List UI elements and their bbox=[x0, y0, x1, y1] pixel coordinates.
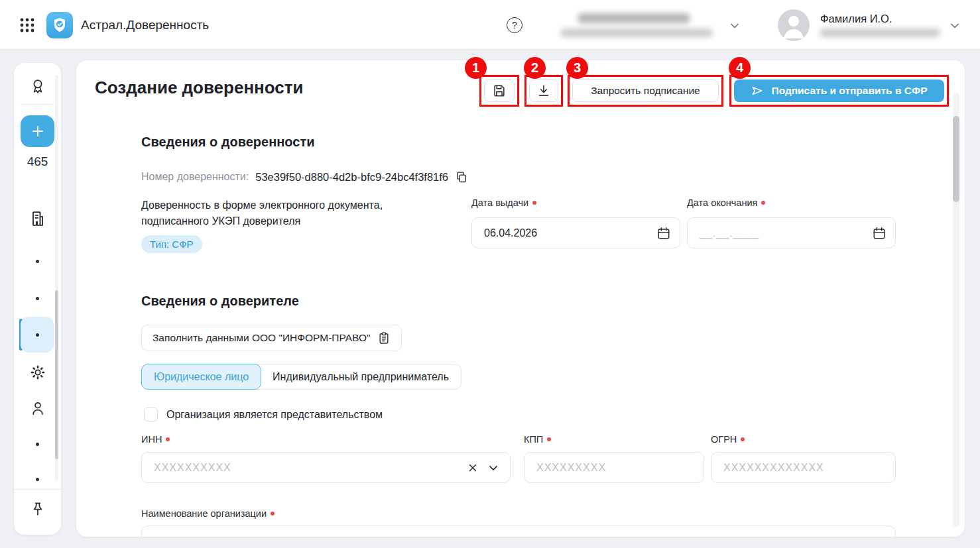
request-signing-button[interactable]: Запросить подписание bbox=[572, 80, 719, 102]
sidebar-item-dot-3[interactable] bbox=[36, 443, 39, 446]
annotation-badge-3: 3 bbox=[566, 57, 588, 79]
save-button[interactable] bbox=[484, 80, 515, 102]
required-dot bbox=[271, 512, 275, 516]
calendar-icon[interactable] bbox=[656, 226, 671, 241]
save-floppy-icon bbox=[492, 83, 507, 98]
organization-name-blurred bbox=[578, 13, 690, 23]
kpp-field-wrap bbox=[524, 452, 704, 483]
send-icon bbox=[751, 84, 764, 97]
users-icon[interactable] bbox=[29, 400, 46, 417]
poa-counter: 465 bbox=[14, 154, 61, 169]
user-email-blurred bbox=[820, 28, 940, 37]
end-date-input[interactable] bbox=[687, 217, 896, 248]
principal-type-tabs: Юридическое лицо Индивидуальный предприн… bbox=[141, 364, 461, 390]
annotation-frame-1 bbox=[479, 75, 519, 107]
kpp-input[interactable] bbox=[524, 452, 704, 483]
poa-number-row: Номер доверенности: 53e39f50-d880-4d2b-b… bbox=[141, 170, 468, 184]
end-date-label: Дата окончания bbox=[687, 197, 765, 208]
kpp-label: КПП bbox=[524, 434, 551, 445]
annotation-frame-4: Подписать и отправить в СФР bbox=[729, 75, 949, 107]
required-dot bbox=[532, 201, 536, 205]
sidebar-footer-divider bbox=[14, 489, 61, 490]
inn-field-wrap bbox=[141, 452, 511, 483]
org-name-input[interactable] bbox=[141, 525, 896, 537]
ogrn-label: ОГРН bbox=[711, 434, 745, 445]
organizations-icon[interactable] bbox=[29, 209, 47, 228]
annotation-badge-2: 2 bbox=[524, 57, 546, 79]
poa-number-label: Номер доверенности: bbox=[141, 171, 249, 183]
annotation-badge-4: 4 bbox=[729, 57, 751, 79]
sidebar: 465 bbox=[14, 63, 61, 535]
representative-checkbox-label: Организация является представительством bbox=[166, 409, 383, 421]
calendar-icon[interactable] bbox=[872, 226, 887, 241]
required-dot bbox=[761, 201, 765, 205]
annotation-badge-1: 1 bbox=[465, 57, 487, 79]
user-name: Фамилия И.О. bbox=[820, 13, 892, 25]
fill-with-org-data-button[interactable]: Заполнить данными ООО "ИНФОРМ-ПРАВО" bbox=[141, 325, 402, 351]
tab-individual-entrepreneur[interactable]: Индивидуальный предприниматель bbox=[261, 364, 461, 389]
user-chevron-down-icon[interactable] bbox=[948, 19, 961, 32]
sign-and-send-button[interactable]: Подписать и отправить в СФР bbox=[734, 80, 944, 102]
annotation-frame-3: Запросить подписание bbox=[568, 75, 723, 107]
clear-icon[interactable] bbox=[467, 462, 479, 474]
ogrn-input[interactable] bbox=[711, 452, 896, 483]
app-header: Астрал.Доверенность ? Фамилия И.О. bbox=[0, 0, 980, 50]
download-button[interactable] bbox=[529, 80, 558, 102]
sign-and-send-label: Подписать и отправить в СФР bbox=[771, 85, 927, 97]
annotation-frame-2 bbox=[524, 75, 563, 107]
copy-icon[interactable] bbox=[455, 170, 468, 184]
sidebar-item-dot-2[interactable] bbox=[36, 297, 39, 300]
download-icon bbox=[536, 83, 551, 98]
poa-section-heading: Сведения о доверенности bbox=[141, 135, 315, 150]
sidebar-item-dot-4[interactable] bbox=[36, 478, 39, 481]
principal-section-heading: Сведения о доверителе bbox=[141, 294, 299, 309]
poa-number-value: 53e39f50-d880-4d2b-bfc9-24bc4f3f81f6 bbox=[255, 171, 448, 184]
required-dot bbox=[166, 437, 170, 441]
sidebar-item-dot-1[interactable] bbox=[36, 260, 39, 263]
poa-type-badge: Тип: СФР bbox=[141, 235, 202, 253]
required-dot bbox=[547, 437, 551, 441]
pin-icon[interactable] bbox=[29, 500, 46, 518]
help-icon[interactable]: ? bbox=[507, 17, 522, 33]
page-title: Создание доверенности bbox=[95, 78, 304, 98]
inn-input[interactable] bbox=[141, 452, 511, 483]
tab-legal-entity[interactable]: Юридическое лицо bbox=[141, 364, 261, 390]
issue-date-input[interactable] bbox=[471, 217, 680, 248]
sidebar-divider bbox=[21, 104, 54, 105]
required-dot bbox=[741, 437, 745, 441]
sidebar-active-dot bbox=[36, 333, 39, 337]
ogrn-field-wrap bbox=[711, 452, 896, 483]
main-panel: Создание доверенности Сведения о доверен… bbox=[76, 60, 965, 537]
org-name-label: Наименование организации bbox=[141, 508, 275, 519]
plus-icon bbox=[31, 124, 45, 138]
sidebar-scrollbar-thumb[interactable] bbox=[55, 290, 58, 459]
content-scrollbar-thumb[interactable] bbox=[953, 116, 959, 202]
app-title: Астрал.Доверенность bbox=[81, 18, 209, 32]
fill-button-label: Заполнить данными ООО "ИНФОРМ-ПРАВО" bbox=[153, 332, 371, 344]
settings-gear-icon[interactable] bbox=[29, 363, 47, 382]
poa-form-description: Доверенность в форме электронного докуме… bbox=[141, 197, 383, 229]
chevron-down-icon[interactable] bbox=[487, 461, 500, 474]
app-logo-shield-icon bbox=[46, 12, 73, 38]
certificates-icon[interactable] bbox=[29, 78, 46, 95]
avatar[interactable] bbox=[778, 9, 810, 41]
representative-checkbox[interactable] bbox=[144, 408, 158, 421]
organization-details-blurred bbox=[561, 28, 712, 37]
sidebar-item-active[interactable] bbox=[21, 317, 54, 353]
clipboard-icon bbox=[377, 331, 391, 345]
org-name-field-wrap bbox=[141, 525, 896, 537]
inn-label: ИНН bbox=[141, 434, 170, 445]
apps-grid-icon[interactable] bbox=[20, 18, 34, 32]
representative-checkbox-row: Организация является представительством bbox=[144, 408, 383, 421]
end-date-field-wrap bbox=[687, 217, 896, 248]
issue-date-field-wrap bbox=[471, 217, 680, 248]
create-poa-button[interactable] bbox=[21, 115, 54, 147]
organization-chevron-down-icon[interactable] bbox=[728, 19, 741, 32]
issue-date-label: Дата выдачи bbox=[471, 197, 536, 208]
